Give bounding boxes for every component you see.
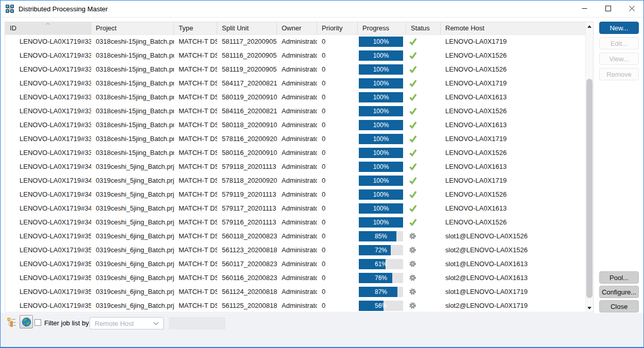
cell-owner: Administrator bbox=[277, 90, 317, 104]
cell-project: 0318ceshi-15jing_Batch.prj bbox=[91, 146, 174, 160]
cell-priority: 0 bbox=[317, 187, 358, 201]
edit-button[interactable]: Edit... bbox=[599, 37, 639, 49]
filter-bar: Filter job list by Remote Host bbox=[1, 313, 643, 347]
cell-status bbox=[406, 76, 441, 90]
check-icon bbox=[409, 135, 417, 143]
column-header-project[interactable]: Project bbox=[91, 22, 174, 34]
cell-project: 0318ceshi-15jing_Batch.prj bbox=[91, 48, 174, 62]
cell-remote_host: LENOVO-LA0X1719 bbox=[441, 76, 585, 90]
table-row[interactable]: LENOVO-LA0X1719#33.20318ceshi-15jing_Bat… bbox=[5, 48, 585, 62]
cell-type: MATCH-T DSM bbox=[174, 104, 217, 118]
progress-bar: 76% bbox=[359, 273, 403, 283]
cell-status bbox=[406, 257, 441, 271]
remove-button[interactable]: Remove bbox=[599, 68, 639, 80]
cell-id: LENOVO-LA0X1719#33.3 bbox=[5, 62, 91, 76]
view-button[interactable]: View... bbox=[599, 53, 639, 65]
progress-bar: 100% bbox=[359, 189, 403, 200]
cell-owner: Administrator bbox=[277, 104, 317, 118]
table-row[interactable]: LENOVO-LA0X1719#34.00319ceshi_5jing_Batc… bbox=[5, 160, 585, 173]
cell-status bbox=[406, 34, 441, 48]
column-header-status[interactable]: Status bbox=[406, 22, 441, 34]
minimize-button[interactable] bbox=[572, 1, 596, 16]
job-tree-icon[interactable] bbox=[7, 318, 16, 327]
cell-id: LENOVO-LA0X1719#35.2 bbox=[5, 257, 91, 271]
column-header-owner[interactable]: Owner bbox=[277, 22, 317, 34]
cell-owner: Administrator bbox=[277, 201, 317, 215]
table-row[interactable]: LENOVO-LA0X1719#35.10319ceshi_6jing_Batc… bbox=[5, 243, 585, 257]
progress-label: 100% bbox=[359, 203, 403, 214]
cell-priority: 0 bbox=[317, 285, 358, 299]
cell-status bbox=[406, 271, 441, 285]
column-header-id[interactable]: ID bbox=[5, 22, 91, 34]
cell-id: LENOVO-LA0X1719#33.6 bbox=[5, 104, 91, 118]
table-row[interactable]: LENOVO-LA0X1719#33.70318ceshi-15jing_Bat… bbox=[5, 118, 585, 132]
table-row[interactable]: LENOVO-LA0X1719#33...0318ceshi-15jing_Ba… bbox=[5, 34, 585, 48]
scroll-up-button[interactable] bbox=[586, 22, 593, 30]
cell-progress: 100% bbox=[358, 34, 406, 48]
table-row[interactable]: LENOVO-LA0X1719#35.20319ceshi_6jing_Batc… bbox=[5, 257, 585, 271]
window-title: Distributed Processing Master bbox=[19, 5, 108, 13]
table-row[interactable]: LENOVO-LA0X1719#35.30319ceshi_6jing_Batc… bbox=[5, 271, 585, 285]
table-row[interactable]: LENOVO-LA0X1719#34.20319ceshi_5jing_Batc… bbox=[5, 187, 585, 201]
table-row[interactable]: LENOVO-LA0X1719#33.30318ceshi-15jing_Bat… bbox=[5, 62, 585, 76]
maximize-button[interactable] bbox=[596, 1, 620, 16]
scroll-down-button[interactable] bbox=[586, 304, 593, 312]
cell-owner: Administrator bbox=[277, 48, 317, 62]
column-header-progress[interactable]: Progress bbox=[358, 22, 406, 34]
close-button[interactable] bbox=[620, 1, 643, 16]
table-row[interactable]: LENOVO-LA0X1719#35.00319ceshi_6jing_Batc… bbox=[5, 229, 585, 243]
new-button[interactable]: New... bbox=[599, 22, 639, 34]
table-row[interactable]: LENOVO-LA0X1719#33.80318ceshi-15jing_Bat… bbox=[5, 132, 585, 146]
pool-button[interactable]: Pool... bbox=[599, 271, 639, 284]
table-row[interactable]: LENOVO-LA0X1719#33.60318ceshi-15jing_Bat… bbox=[5, 104, 585, 118]
table-row[interactable]: LENOVO-LA0X1719#33.50318ceshi-15jing_Bat… bbox=[5, 90, 585, 104]
vertical-scrollbar[interactable] bbox=[585, 22, 593, 312]
table-row[interactable]: LENOVO-LA0X1719#33.40318ceshi-15jing_Bat… bbox=[5, 76, 585, 90]
configure-button[interactable]: Configure... bbox=[599, 286, 639, 298]
cell-project: 0319ceshi_6jing_Batch.prj bbox=[91, 243, 174, 257]
cell-progress: 100% bbox=[358, 146, 406, 160]
cell-progress: 100% bbox=[358, 76, 406, 90]
table-row[interactable]: LENOVO-LA0X1719#35.50319ceshi_6jing_Batc… bbox=[5, 299, 585, 312]
filter-type-dropdown[interactable]: Remote Host bbox=[90, 317, 164, 329]
cell-project: 0319ceshi_6jing_Batch.prj bbox=[91, 257, 174, 271]
cell-progress: 100% bbox=[358, 187, 406, 201]
cell-project: 0319ceshi_6jing_Batch.prj bbox=[91, 271, 174, 285]
table-row[interactable]: LENOVO-LA0X1719#34.40319ceshi_5jing_Batc… bbox=[5, 215, 585, 229]
cell-type: MATCH-T DSM bbox=[174, 160, 217, 173]
column-header-split_unit[interactable]: Split Unit bbox=[217, 22, 277, 34]
cell-owner: Administrator bbox=[277, 118, 317, 132]
maximize-icon bbox=[605, 6, 611, 11]
cell-type: MATCH-T DSM bbox=[174, 76, 217, 90]
check-icon bbox=[409, 79, 417, 88]
cell-split_unit: 560117_20200823 bbox=[217, 257, 277, 271]
cell-type: MATCH-T DSM bbox=[174, 201, 217, 215]
network-view-button[interactable] bbox=[20, 315, 33, 328]
scrollbar-thumb[interactable] bbox=[586, 79, 593, 298]
cell-remote_host: slot2@LENOVO-LA0X1526 bbox=[441, 243, 585, 257]
cell-status bbox=[406, 62, 441, 76]
cell-remote_host: LENOVO-LA0X1526 bbox=[441, 48, 585, 62]
progress-bar: 87% bbox=[359, 287, 403, 297]
filter-checkbox[interactable] bbox=[34, 319, 41, 326]
cell-status bbox=[406, 299, 441, 312]
cell-owner: Administrator bbox=[277, 173, 317, 187]
check-icon bbox=[409, 51, 417, 60]
close-dialog-button[interactable]: Close bbox=[599, 300, 639, 312]
table-row[interactable]: LENOVO-LA0X1719#34.30319ceshi_5jing_Batc… bbox=[5, 201, 585, 215]
cell-type: MATCH-T DSM bbox=[174, 215, 217, 229]
cell-type: MATCH-T DSM bbox=[174, 299, 217, 312]
column-header-priority[interactable]: Priority bbox=[317, 22, 358, 34]
table-body: LENOVO-LA0X1719#33...0318ceshi-15jing_Ba… bbox=[5, 34, 585, 312]
filter-value-input[interactable] bbox=[169, 317, 225, 329]
cell-owner: Administrator bbox=[277, 271, 317, 285]
table-row[interactable]: LENOVO-LA0X1719#34.10319ceshi_5jing_Batc… bbox=[5, 173, 585, 187]
column-header-type[interactable]: Type bbox=[174, 22, 217, 34]
table-row[interactable]: LENOVO-LA0X1719#35.40319ceshi_6jing_Batc… bbox=[5, 285, 585, 299]
cell-priority: 0 bbox=[317, 90, 358, 104]
column-header-remote_host[interactable]: Remote Host bbox=[441, 22, 585, 34]
cell-priority: 0 bbox=[317, 271, 358, 285]
table-row[interactable]: LENOVO-LA0X1719#33.90318ceshi-15jing_Bat… bbox=[5, 146, 585, 160]
cell-status bbox=[406, 104, 441, 118]
cell-priority: 0 bbox=[317, 160, 358, 173]
